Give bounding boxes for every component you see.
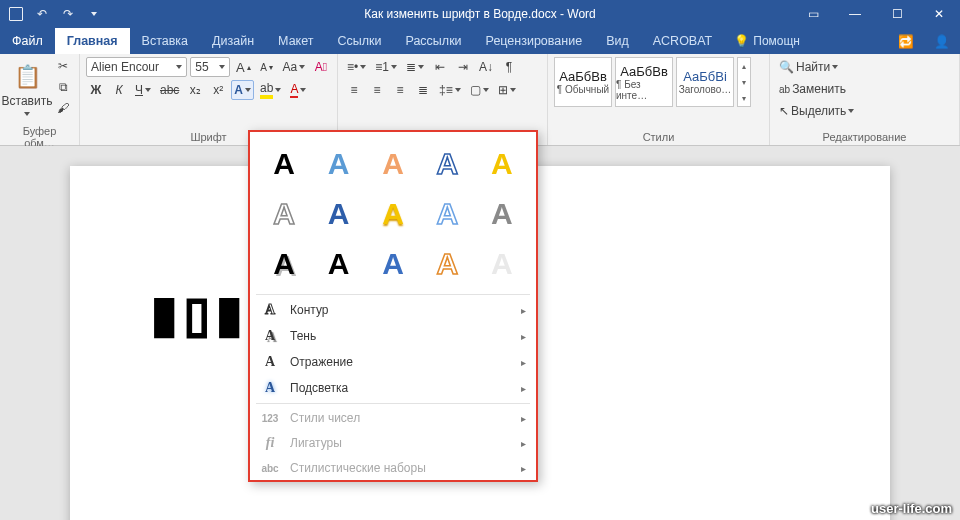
superscript-button[interactable]: x²	[208, 80, 228, 100]
chevron-down-icon	[24, 112, 30, 116]
multilevel-button[interactable]: ≣	[403, 57, 427, 77]
fx-ligatures: fiЛигатуры▸	[250, 430, 536, 456]
chevron-down-icon	[176, 65, 182, 69]
highlight-button[interactable]: ab	[257, 80, 284, 100]
tab-design[interactable]: Дизайн	[200, 28, 266, 54]
text-effects-button[interactable]: A	[231, 80, 254, 100]
strikethrough-button[interactable]: abc	[157, 80, 182, 100]
show-marks-button[interactable]: ¶	[499, 57, 519, 77]
save-icon[interactable]	[6, 4, 26, 24]
fx-preset-13[interactable]: A	[369, 242, 417, 286]
fx-preset-4[interactable]: A	[423, 142, 471, 186]
line-spacing-button[interactable]: ‡≡	[436, 80, 464, 100]
borders-button[interactable]: ⊞	[495, 80, 519, 100]
clear-formatting-button[interactable]: Aͯ	[311, 57, 331, 77]
chevron-right-icon: ▸	[521, 413, 526, 424]
chevron-right-icon: ▸	[521, 331, 526, 342]
font-name-dropdown[interactable]: Alien Encour	[86, 57, 187, 77]
chevron-right-icon: ▸	[521, 438, 526, 449]
fx-preset-12[interactable]: A	[314, 242, 362, 286]
tab-mailings[interactable]: Рассылки	[393, 28, 473, 54]
find-button[interactable]: 🔍 Найти	[776, 57, 841, 77]
fx-preset-1[interactable]: A	[260, 142, 308, 186]
subscript-button[interactable]: x₂	[185, 80, 205, 100]
tab-view[interactable]: Вид	[594, 28, 641, 54]
bullets-button[interactable]: ≡•	[344, 57, 369, 77]
format-painter-button[interactable]: 🖌	[53, 99, 73, 117]
chevron-right-icon: ▸	[521, 305, 526, 316]
fx-preset-2[interactable]: A	[314, 142, 362, 186]
fx-shadow[interactable]: AТень▸	[250, 323, 536, 349]
tab-references[interactable]: Ссылки	[325, 28, 393, 54]
qat-customize-icon[interactable]	[84, 4, 104, 24]
fx-preset-8[interactable]: A	[369, 192, 417, 236]
decrease-indent-button[interactable]: ⇤	[430, 57, 450, 77]
word-window: ↶ ↷ Как изменить шрифт в Ворде.docx - Wo…	[0, 0, 960, 520]
tab-acrobat[interactable]: ACROBAT	[641, 28, 725, 54]
fx-preset-15[interactable]: A	[478, 242, 526, 286]
quick-access-toolbar: ↶ ↷	[0, 4, 110, 24]
chevron-right-icon: ▸	[521, 463, 526, 474]
maximize-icon[interactable]: ☐	[876, 0, 918, 28]
fx-preset-9[interactable]: A	[423, 192, 471, 236]
account-icon[interactable]: 👤	[924, 28, 960, 54]
font-size-dropdown[interactable]: 55	[190, 57, 230, 77]
increase-indent-button[interactable]: ⇥	[453, 57, 473, 77]
style-normal[interactable]: АаБбВв ¶ Обычный	[554, 57, 612, 107]
tab-file[interactable]: Файл	[0, 28, 55, 54]
style-nospacing[interactable]: АаБбВв ¶ Без инте…	[615, 57, 673, 107]
fx-glow[interactable]: AПодсветка▸	[250, 375, 536, 401]
bold-button[interactable]: Ж	[86, 80, 106, 100]
tab-layout[interactable]: Макет	[266, 28, 325, 54]
underline-button[interactable]: Ч	[132, 80, 154, 100]
undo-icon[interactable]: ↶	[32, 4, 52, 24]
minimize-icon[interactable]: —	[834, 0, 876, 28]
tab-review[interactable]: Рецензирование	[474, 28, 595, 54]
shading-button[interactable]: ▢	[467, 80, 492, 100]
close-icon[interactable]: ✕	[918, 0, 960, 28]
font-color-button[interactable]: A	[287, 80, 309, 100]
tell-me[interactable]: 💡 Помощн	[724, 28, 810, 54]
align-left-button[interactable]: ≡	[344, 80, 364, 100]
share-button[interactable]: 🔁	[888, 28, 924, 54]
style-heading1[interactable]: АаБбВі Заголово…	[676, 57, 734, 107]
text-effects-menu: A A A A A A A A A A A A A A A AКонтур▸ A…	[248, 130, 538, 482]
watermark: user-life.com	[871, 501, 952, 516]
grow-font-button[interactable]: A▴	[233, 57, 254, 77]
select-button[interactable]: ↖ Выделить	[776, 101, 857, 121]
fx-preset-10[interactable]: A	[478, 192, 526, 236]
group-editing: 🔍 Найти ab Заменить ↖ Выделить Редактиро…	[770, 54, 960, 145]
sort-button[interactable]: A↓	[476, 57, 496, 77]
paste-label: Вставить	[2, 94, 53, 108]
text-effects-gallery: A A A A A A A A A A A A A A A	[250, 132, 536, 292]
fx-number-styles: 123Стили чисел▸	[250, 406, 536, 430]
change-case-button[interactable]: Aa	[280, 57, 309, 77]
align-right-button[interactable]: ≡	[390, 80, 410, 100]
tab-home[interactable]: Главная	[55, 28, 130, 54]
paste-icon: 📋	[14, 64, 41, 90]
italic-button[interactable]: К	[109, 80, 129, 100]
tab-insert[interactable]: Вставка	[130, 28, 200, 54]
cut-button[interactable]: ✂	[53, 57, 73, 75]
tell-me-label: Помощн	[753, 34, 800, 48]
copy-button[interactable]: ⧉	[53, 78, 73, 96]
shrink-font-button[interactable]: A▾	[257, 57, 277, 77]
fx-preset-5[interactable]: A	[478, 142, 526, 186]
numbering-button[interactable]: ≡1	[372, 57, 400, 77]
group-clipboard: 📋 Вставить ✂ ⧉ 🖌 Буфер обм…	[0, 54, 80, 145]
fx-preset-6[interactable]: A	[260, 192, 308, 236]
replace-button[interactable]: ab Заменить	[776, 79, 849, 99]
redo-icon[interactable]: ↷	[58, 4, 78, 24]
fx-preset-7[interactable]: A	[314, 192, 362, 236]
fx-preset-3[interactable]: A	[369, 142, 417, 186]
ribbon-options-icon[interactable]: ▭	[792, 0, 834, 28]
styles-more-button[interactable]: ▴▾▾	[737, 57, 751, 107]
fx-preset-11[interactable]: A	[260, 242, 308, 286]
fx-preset-14[interactable]: A	[423, 242, 471, 286]
align-center-button[interactable]: ≡	[367, 80, 387, 100]
ribbon-tabs: Файл Главная Вставка Дизайн Макет Ссылки…	[0, 28, 960, 54]
paste-button[interactable]: 📋 Вставить	[6, 57, 48, 123]
fx-reflection[interactable]: AОтражение▸	[250, 349, 536, 375]
justify-button[interactable]: ≣	[413, 80, 433, 100]
fx-outline[interactable]: AКонтур▸	[250, 297, 536, 323]
